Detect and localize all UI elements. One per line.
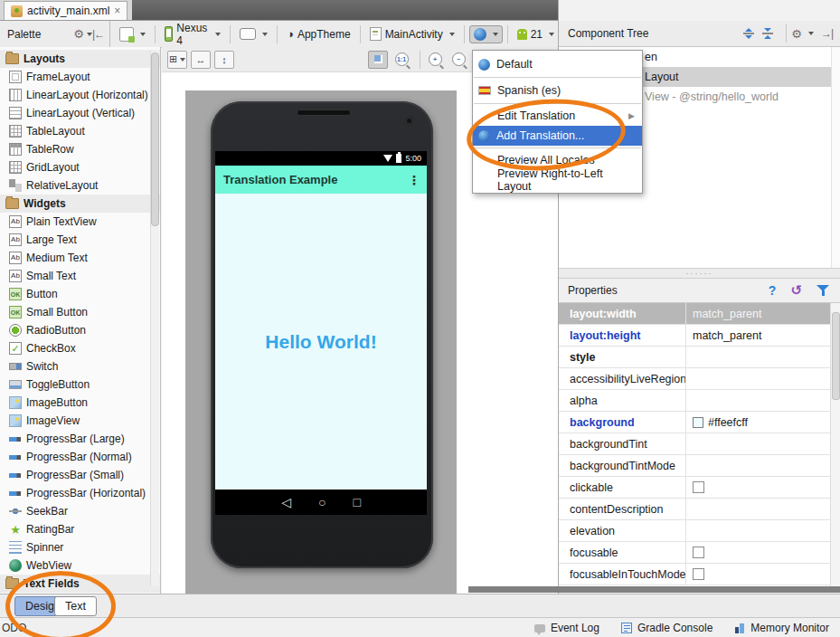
palette-item[interactable]: AbPlain TextView (0, 213, 160, 231)
phone-screen[interactable]: 5:00 Translation Example ⋮ Hello World! … (215, 151, 427, 515)
property-value[interactable] (685, 499, 830, 519)
palette-item[interactable]: ImageView (0, 412, 160, 430)
property-row[interactable]: layout:widthmatch_parent (559, 303, 830, 325)
palette-item[interactable]: Switch (0, 357, 160, 376)
property-value[interactable] (685, 390, 830, 411)
expand-all-icon[interactable] (743, 28, 754, 39)
palette-item[interactable]: RelativeLayout (0, 176, 160, 195)
palette-item[interactable]: WebView (0, 556, 160, 575)
zoom-in-button[interactable]: + (425, 51, 445, 69)
nav-recents-icon[interactable]: □ (353, 495, 360, 509)
menu-item[interactable]: Spanish (es) (473, 80, 642, 101)
property-value[interactable] (685, 564, 830, 585)
filter-icon[interactable] (816, 285, 829, 297)
property-value[interactable] (685, 455, 830, 476)
palette-item[interactable]: AbMedium Text (0, 249, 160, 267)
property-value[interactable] (685, 477, 830, 498)
property-value[interactable] (685, 347, 830, 367)
theme-selector-button[interactable]: ◑ AppTheme (282, 24, 355, 43)
property-row[interactable]: layout:heightmatch_parent (559, 325, 830, 347)
property-value[interactable]: #ffeefcff (685, 412, 830, 433)
properties-splitter[interactable]: ······ (559, 268, 840, 279)
zoom-actual-button[interactable]: 1:1 (392, 51, 411, 69)
collapse-all-icon[interactable] (762, 28, 773, 39)
palette-item[interactable]: ProgressBar (Horizontal) (0, 484, 160, 502)
zoom-fit-button[interactable]: ⊞ (167, 51, 187, 69)
nav-back-icon[interactable]: ◁ (281, 495, 291, 509)
property-row[interactable]: clickable (559, 477, 830, 499)
property-row[interactable]: backgroundTintMode (559, 455, 830, 477)
palette-item[interactable]: OKButton (0, 285, 160, 303)
palette-item[interactable]: ✓CheckBox (0, 339, 160, 357)
menu-item[interactable]: Edit Translation▶ (473, 106, 642, 126)
palette-item[interactable]: AbLarge Text (0, 231, 160, 249)
hello-world-textview[interactable]: Hello World! (215, 331, 427, 353)
zoom-out-button[interactable]: − (448, 51, 468, 69)
checkbox[interactable] (693, 547, 704, 558)
palette-item[interactable]: ToggleButton (0, 376, 160, 394)
properties-scrollbar-thumb[interactable] (832, 312, 840, 400)
property-row[interactable]: focusable (559, 542, 830, 564)
overflow-menu-icon[interactable]: ⋮ (408, 173, 427, 187)
pan-button[interactable] (368, 51, 388, 69)
property-value[interactable] (685, 520, 830, 541)
nav-home-icon[interactable]: ○ (318, 495, 326, 509)
api-level-button[interactable]: 21 (513, 25, 559, 43)
palette-scrollbar-thumb[interactable] (151, 52, 159, 226)
component-tree-scrollbar[interactable] (831, 47, 840, 268)
palette-item[interactable]: ★RatingBar (0, 520, 160, 538)
palette-item[interactable]: OKSmall Button (0, 303, 160, 321)
palette-item[interactable]: ProgressBar (Normal) (0, 448, 160, 466)
activity-selector-button[interactable]: MainActivity (365, 24, 459, 43)
expand-horizontal-button[interactable]: ↔ (191, 51, 211, 69)
editor-tab-activity-main[interactable]: activity_main.xml × (4, 1, 127, 20)
property-row[interactable]: elevation (559, 520, 830, 542)
property-value[interactable]: match_parent (685, 303, 830, 324)
palette-section-header[interactable]: Widgets (0, 195, 160, 213)
statusbar-item-console[interactable]: Gradle Console (621, 622, 713, 634)
menu-item[interactable]: Default (473, 53, 642, 75)
palette-item[interactable]: LinearLayout (Horizontal) (0, 86, 160, 104)
property-row[interactable]: alpha (559, 390, 830, 412)
statusbar-item-bubble[interactable]: Event Log (534, 622, 599, 634)
tab-close-icon[interactable]: × (114, 5, 120, 17)
device-selector-button[interactable]: Nexus 4 (160, 19, 225, 50)
property-row[interactable]: backgroundTint (559, 433, 830, 455)
property-row[interactable]: accessibilityLiveRegion (559, 368, 830, 390)
horizontal-scrollbar-thumb[interactable] (468, 586, 840, 593)
tree-gear-icon[interactable]: ⚙ (791, 27, 802, 41)
palette-hide-icon[interactable]: |← (92, 28, 104, 41)
palette-item[interactable]: Spinner (0, 538, 160, 556)
menu-item[interactable]: Preview Right-to-Left Layout (473, 170, 642, 190)
palette-section-header[interactable]: Layouts (0, 50, 160, 68)
menu-item[interactable]: Add Translation... (473, 126, 642, 146)
device-config-button[interactable] (115, 24, 150, 44)
tab-text[interactable]: Text (54, 596, 97, 616)
palette-item[interactable]: LinearLayout (Vertical) (0, 104, 160, 122)
statusbar-item-memory[interactable]: Memory Monitor (734, 622, 829, 634)
palette-item[interactable]: ImageButton (0, 394, 160, 412)
palette-section-header[interactable]: Text Fields (0, 575, 160, 593)
checkbox[interactable] (693, 568, 704, 580)
expand-vertical-button[interactable]: ↕ (214, 51, 234, 69)
checkbox[interactable] (693, 481, 704, 493)
property-row[interactable]: focusableInTouchMode (559, 564, 830, 585)
orientation-button[interactable] (235, 25, 272, 43)
property-row[interactable]: style (559, 347, 830, 368)
palette-item[interactable]: ProgressBar (Large) (0, 430, 160, 448)
help-icon[interactable]: ? (769, 283, 777, 298)
palette-item[interactable]: RadioButton (0, 321, 160, 339)
palette-item[interactable]: TableLayout (0, 122, 160, 140)
property-value[interactable] (685, 542, 830, 563)
palette-item[interactable]: TableRow (0, 140, 160, 158)
property-row[interactable]: contentDescription (559, 499, 830, 520)
palette-item[interactable]: GridLayout (0, 158, 160, 176)
palette-item[interactable]: AbSmall Text (0, 267, 160, 285)
palette-item[interactable]: FrameLayout (0, 68, 160, 86)
property-value[interactable]: match_parent (685, 325, 830, 346)
palette-item[interactable]: SeekBar (0, 502, 160, 520)
property-value[interactable] (685, 433, 830, 454)
property-value[interactable] (685, 368, 830, 389)
property-row[interactable]: background#ffeefcff (559, 412, 830, 433)
reset-icon[interactable]: ↺ (790, 282, 802, 299)
